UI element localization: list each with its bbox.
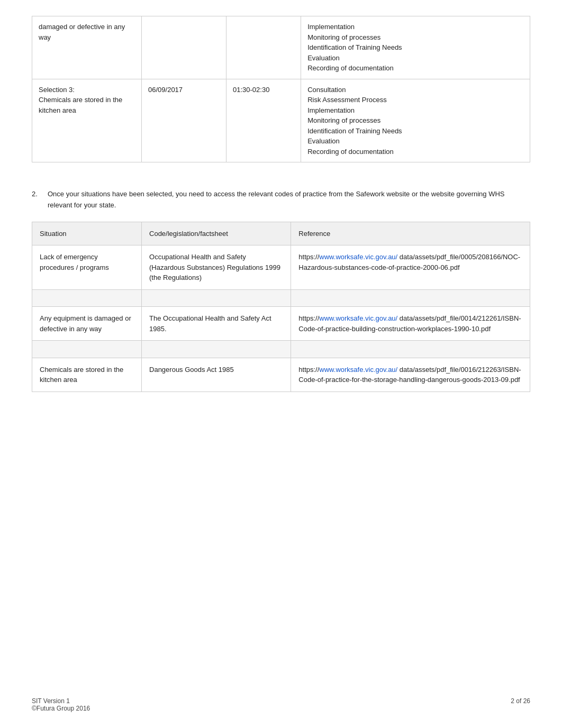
top-situation-cell: Selection 3: Chemicals are stored in the… — [32, 79, 142, 162]
footer-left-line2: ©Futura Group 2016 — [32, 705, 90, 712]
ref-link[interactable]: www.worksafe.vic.gov.au/ — [319, 253, 397, 261]
top-situation-cell: damaged or defective in any way — [32, 16, 142, 79]
ref-table-header: Reference — [291, 222, 530, 245]
sep-cell — [291, 289, 530, 307]
sep-cell — [291, 341, 530, 358]
ref-table-row: Chemicals are stored in the kitchen area… — [32, 358, 530, 392]
footer-right: 2 of 26 — [511, 697, 530, 712]
top-date-cell: 06/09/2017 — [142, 79, 226, 162]
sep-cell — [142, 341, 291, 358]
ref-table-header: Code/legislation/factsheet — [142, 222, 291, 245]
footer-left-line1: SIT Version 1 — [32, 697, 90, 705]
ref-reference-cell: https://www.worksafe.vic.gov.au/ data/as… — [291, 245, 530, 290]
instruction-number: 2. — [32, 189, 42, 211]
ref-table: SituationCode/legislation/factsheetRefer… — [32, 222, 530, 392]
ref-link[interactable]: www.worksafe.vic.gov.au/ — [319, 366, 397, 374]
ref-table-row: Any equipment is damaged or defective in… — [32, 307, 530, 341]
top-controls-cell: Implementation Monitoring of processes I… — [301, 16, 530, 79]
ref-table-row: Lack of emergency procedures / programsO… — [32, 245, 530, 290]
footer: SIT Version 1 ©Futura Group 2016 2 of 26 — [32, 697, 530, 712]
ref-situation-cell: Chemicals are stored in the kitchen area — [32, 358, 142, 392]
ref-reference-cell: https://www.worksafe.vic.gov.au/ data/as… — [291, 307, 530, 341]
ref-code-cell: Dangerous Goods Act 1985 — [142, 358, 291, 392]
top-controls-cell: Consultation Risk Assessment Process Imp… — [301, 79, 530, 162]
ref-reference-cell: https://www.worksafe.vic.gov.au/ data/as… — [291, 358, 530, 392]
footer-left: SIT Version 1 ©Futura Group 2016 — [32, 697, 90, 712]
ref-situation-cell: Any equipment is damaged or defective in… — [32, 307, 142, 341]
top-date-cell — [142, 16, 226, 79]
instruction-text: Once your situations have been selected,… — [48, 189, 530, 211]
sep-cell — [32, 341, 142, 358]
ref-table-header: Situation — [32, 222, 142, 245]
top-time-cell — [226, 16, 301, 79]
sep-cell — [142, 289, 291, 307]
top-table: damaged or defective in any wayImplement… — [32, 16, 530, 162]
ref-code-cell: The Occupational Health and Safety Act 1… — [142, 307, 291, 341]
top-time-cell: 01:30-02:30 — [226, 79, 301, 162]
sep-cell — [32, 289, 142, 307]
ref-code-cell: Occupational Health and Safety (Hazardou… — [142, 245, 291, 290]
ref-link[interactable]: www.worksafe.vic.gov.au/ — [319, 314, 397, 322]
instruction-paragraph: 2. Once your situations have been select… — [32, 189, 530, 211]
ref-situation-cell: Lack of emergency procedures / programs — [32, 245, 142, 290]
